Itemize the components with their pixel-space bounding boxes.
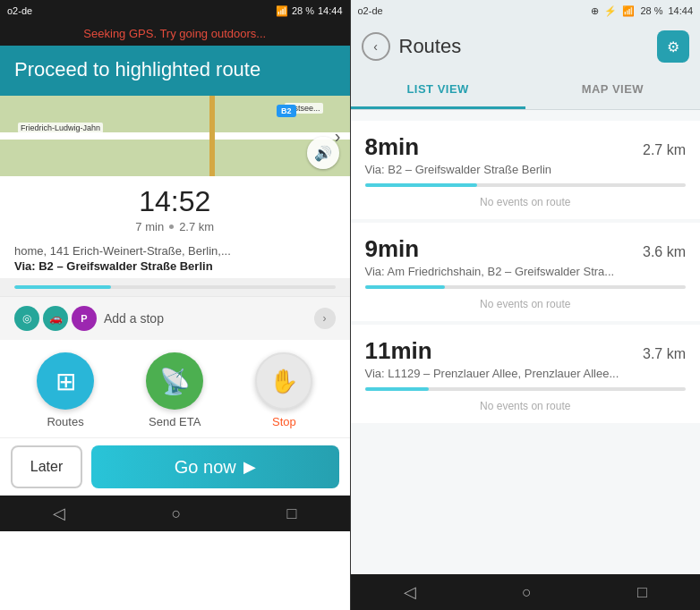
home-nav-icon-right[interactable]: ○ — [522, 583, 532, 602]
destination-text: home, 141 Erich-Weinert-Straße, Berlin,.… — [14, 244, 336, 258]
routes-list[interactable]: 8min 2.7 km Via: B2 – Greifswalder Straß… — [351, 110, 701, 574]
right-header: ‹ Routes ⚙ — [351, 21, 701, 72]
map-road-horizontal — [0, 132, 350, 140]
route-header-3: 11min 3.7 km — [365, 337, 687, 365]
left-status-bar: o2-de 📶 28 % 14:44 — [0, 0, 350, 21]
route-3-time: 11min — [365, 337, 432, 365]
route-2-via: Via: Am Friedrichshain, B2 – Greifswalde… — [365, 265, 687, 278]
add-stop-arrow-icon[interactable]: › — [314, 308, 336, 329]
route-1-time: 8min — [365, 133, 420, 161]
tab-list-view[interactable]: LIST VIEW — [351, 72, 525, 109]
later-button[interactable]: Later — [11, 445, 82, 488]
right-android-nav: ◁ ○ □ — [351, 574, 701, 610]
routes-tab-bar: LIST VIEW MAP VIEW — [351, 72, 701, 110]
status-icons-left: 📶 28 % 14:44 — [276, 5, 343, 17]
eta-icon: 📡 — [159, 367, 191, 396]
routes-title: Routes — [399, 35, 649, 58]
routes-icon: ⊞ — [55, 367, 76, 396]
routes-button-label: Routes — [47, 415, 83, 428]
settings-button[interactable]: ⚙ — [657, 30, 689, 63]
route-3-progress-fill — [365, 387, 430, 391]
gps-banner: Seeking GPS. Try going outdoors... — [0, 21, 350, 46]
map-road-vertical — [209, 96, 215, 176]
route-1-dist: 2.7 km — [643, 142, 686, 158]
route-header-2: 9min 3.6 km — [365, 235, 687, 263]
add-stop-row[interactable]: ◎ 🚗 P Add a stop › — [0, 296, 350, 340]
trip-km: 2.7 km — [179, 220, 214, 233]
route-card-3[interactable]: 11min 3.7 km Via: L1129 – Prenzlauer All… — [351, 325, 701, 423]
nav-stop-icon: ◎ — [14, 306, 39, 331]
route-2-progress-bar — [365, 285, 687, 289]
route-2-events: No events on route — [365, 294, 687, 312]
gps-icon: ⊕ — [591, 5, 599, 17]
nav-instruction-text: Proceed to highlighted route — [14, 58, 260, 80]
right-status-bar: o2-de ⊕ ⚡ 📶 28 % 14:44 — [351, 0, 701, 21]
arrival-time: 14:52 — [0, 185, 350, 218]
carrier-left: o2-de — [7, 5, 32, 16]
time-right: 14:44 — [668, 5, 693, 16]
stop-button[interactable]: ✋ — [255, 352, 312, 410]
destination-info: home, 141 Erich-Weinert-Straße, Berlin,.… — [0, 237, 350, 278]
send-eta-button-label: Send ETA — [149, 415, 201, 428]
stop-type-icons: ◎ 🚗 P — [14, 306, 97, 331]
route-2-dist: 3.6 km — [643, 244, 686, 260]
separator-dot — [169, 225, 174, 229]
back-chevron-icon: ‹ — [373, 39, 378, 54]
map-area[interactable]: Friedrich-Ludwig-Jahn Ostsee... B2 🔊 › — [0, 96, 350, 176]
trip-stats: 7 min 2.7 km — [0, 220, 350, 233]
carrier-right: o2-de — [358, 5, 383, 16]
routes-button[interactable]: ⊞ — [37, 352, 94, 410]
signal-icon-right: 📶 — [622, 5, 635, 17]
route-2-progress-fill — [365, 285, 446, 289]
bluetooth-icon: ⚡ — [604, 5, 617, 17]
stop-icon: ✋ — [269, 368, 298, 395]
route-3-events: No events on route — [365, 396, 687, 414]
left-android-nav: ◁ ○ □ — [0, 496, 350, 531]
right-panel: o2-de ⊕ ⚡ 📶 28 % 14:44 ‹ Routes ⚙ LIST V… — [351, 0, 701, 610]
tab-map-view[interactable]: MAP VIEW — [525, 72, 700, 109]
add-stop-label: Add a stop — [104, 311, 307, 326]
battery-right: 28 % — [640, 5, 662, 16]
route-1-progress-bar — [365, 183, 687, 187]
route-progress-fill — [14, 285, 111, 289]
back-nav-icon-right[interactable]: ◁ — [404, 582, 416, 602]
route-1-events: No events on route — [365, 192, 687, 210]
time-label-left: 14:44 — [318, 5, 343, 16]
stop-action[interactable]: ✋ Stop — [255, 352, 312, 428]
route-2-time: 9min — [365, 235, 420, 263]
route-progress-bar — [14, 285, 336, 289]
home-nav-icon[interactable]: ○ — [171, 504, 181, 523]
go-now-button[interactable]: Go now ▶ — [91, 445, 339, 488]
parking-stop-icon: P — [72, 306, 97, 331]
route-3-dist: 3.7 km — [643, 346, 686, 362]
route-header-1: 8min 2.7 km — [365, 133, 687, 161]
send-eta-button[interactable]: 📡 — [146, 352, 203, 410]
map-chevron-icon: › — [335, 126, 341, 147]
settings-gear-icon: ⚙ — [667, 38, 679, 55]
action-buttons-row: ⊞ Routes 📡 Send ETA ✋ Stop — [0, 340, 350, 437]
back-button[interactable]: ‹ — [362, 32, 390, 61]
stop-button-label: Stop — [272, 415, 296, 428]
recents-nav-icon[interactable]: □ — [287, 504, 297, 523]
map-street-label: Friedrich-Ludwig-Jahn — [18, 123, 103, 133]
route-1-progress-fill — [365, 183, 477, 187]
trip-minutes: 7 min — [135, 220, 164, 233]
back-nav-icon[interactable]: ◁ — [53, 504, 65, 523]
route-3-progress-bar — [365, 387, 687, 391]
destination-via: Via: B2 – Greifswalder Straße Berlin — [14, 259, 336, 273]
recents-nav-icon-right[interactable]: □ — [637, 583, 647, 602]
left-panel: o2-de 📶 28 % 14:44 Seeking GPS. Try goin… — [0, 0, 350, 610]
send-eta-action[interactable]: 📡 Send ETA — [146, 352, 203, 428]
nav-instruction-header: Proceed to highlighted route — [0, 46, 350, 96]
route-card-1[interactable]: 8min 2.7 km Via: B2 – Greifswalder Straß… — [351, 121, 701, 219]
routes-action[interactable]: ⊞ Routes — [37, 352, 94, 428]
time-info-section: 14:52 7 min 2.7 km — [0, 176, 350, 237]
route-1-via: Via: B2 – Greifswalder Straße Berlin — [365, 163, 687, 176]
route-card-2[interactable]: 9min 3.6 km Via: Am Friedrichshain, B2 –… — [351, 223, 701, 321]
signal-icon: 📶 — [276, 5, 288, 17]
carrier-label: o2-de — [7, 5, 32, 16]
go-now-arrow-icon: ▶ — [243, 457, 256, 477]
car-stop-icon: 🚗 — [43, 306, 68, 331]
route-progress-container — [0, 278, 350, 296]
go-now-label: Go now — [175, 457, 236, 478]
